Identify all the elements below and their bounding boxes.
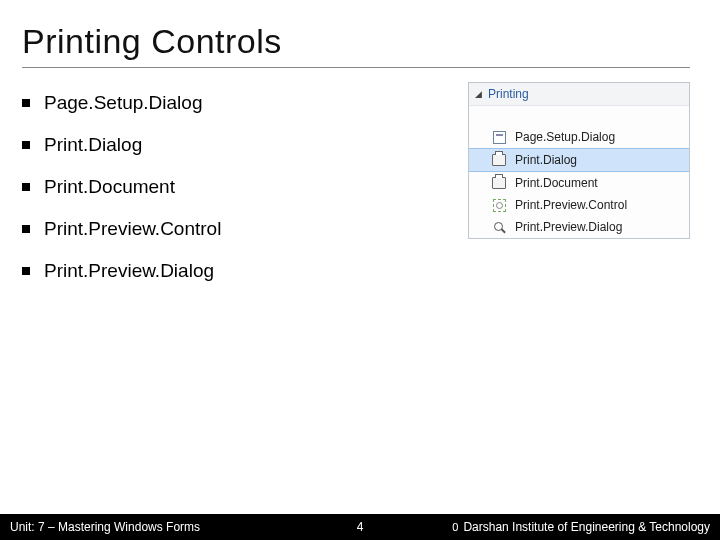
slide: Printing Controls Page.Setup.Dialog Prin… [0,0,720,540]
bullet-text: Page.Setup.Dialog [44,92,202,114]
bullet-list: Page.Setup.Dialog Print.Dialog Print.Doc… [22,86,450,302]
bullet-icon [22,267,30,275]
footer-institute-name: Darshan Institute of Engineering & Techn… [463,520,710,534]
footer-bar: Unit: 7 – Mastering Windows Forms 4 0 Da… [0,514,720,540]
bullet-text: Print.Document [44,176,175,198]
footer-unit: Unit: 7 – Mastering Windows Forms [10,520,340,534]
bullet-text: Print.Dialog [44,134,142,156]
print-icon [491,175,507,191]
toolbox-item-printdialog[interactable]: Print.Dialog [469,148,689,172]
toolbox-item-pagesetupdialog[interactable]: Page.Setup.Dialog [469,126,689,148]
bullet-item: Print.Document [22,176,450,198]
slide-title: Printing Controls [22,22,690,68]
toolbox-item-printpreviewdialog[interactable]: Print.Preview.Dialog [469,216,689,238]
toolbox-panel: ◢ Printing Page.Setup.Dialog Print.Dialo… [468,82,690,239]
toolbox-pointer-row[interactable] [469,106,689,126]
bullet-item: Print.Preview.Control [22,218,450,240]
footer-institute-prefix: 0 [452,521,457,533]
preview-icon [491,197,507,213]
toolbox-category: Printing [488,87,529,101]
toolbox-item-label: Print.Preview.Control [515,198,627,212]
footer-institute: 0 Darshan Institute of Engineering & Tec… [380,520,710,534]
footer-page-number: 4 [340,520,380,534]
bullet-item: Page.Setup.Dialog [22,92,450,114]
bullet-text: Print.Preview.Control [44,218,221,240]
toolbox-item-printpreviewcontrol[interactable]: Print.Preview.Control [469,194,689,216]
bullet-item: Print.Preview.Dialog [22,260,450,282]
toolbox-header[interactable]: ◢ Printing [469,83,689,106]
bullet-icon [22,225,30,233]
content-row: Page.Setup.Dialog Print.Dialog Print.Doc… [22,86,690,302]
toolbox-item-printdocument[interactable]: Print.Document [469,172,689,194]
bullet-icon [22,183,30,191]
magnifier-icon [491,219,507,235]
toolbox-item-label: Print.Document [515,176,598,190]
print-icon [491,152,507,168]
collapse-triangle-icon: ◢ [475,89,482,99]
pagesetup-icon [491,129,507,145]
toolbox-item-label: Print.Dialog [515,153,577,167]
toolbox-item-label: Print.Preview.Dialog [515,220,622,234]
bullet-item: Print.Dialog [22,134,450,156]
toolbox-item-label: Page.Setup.Dialog [515,130,615,144]
bullet-icon [22,141,30,149]
bullet-text: Print.Preview.Dialog [44,260,214,282]
bullet-icon [22,99,30,107]
